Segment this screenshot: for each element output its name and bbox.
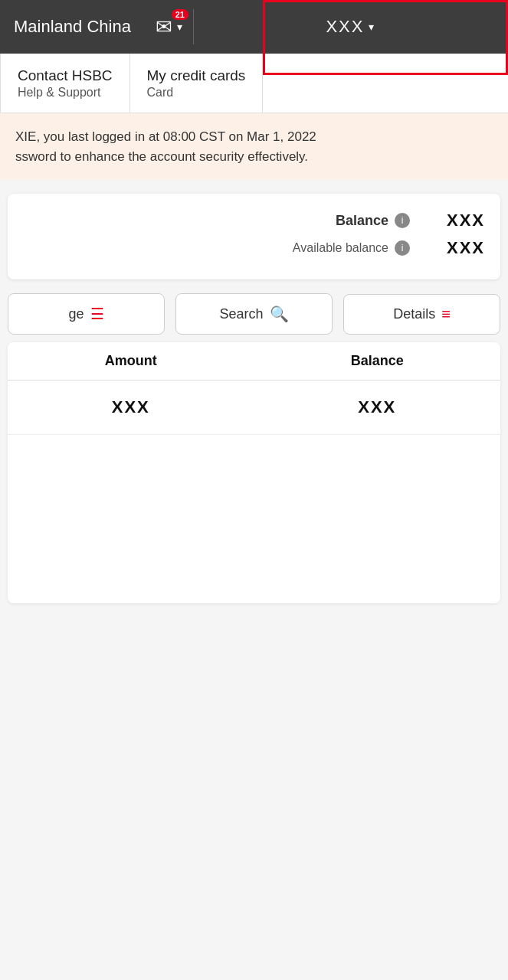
balance-cell: XXX: [254, 397, 501, 417]
available-balance-row: Available balance i XXX: [23, 238, 485, 258]
transaction-table: Amount Balance XXX XXX: [8, 342, 500, 603]
notification-button[interactable]: ✉ 21 ▾: [145, 0, 193, 54]
balance-label: Balance: [336, 213, 388, 229]
top-nav-bar: Mainland China ✉ 21 ▾ XXX ▾: [0, 0, 508, 54]
region-label: Mainland China: [0, 0, 145, 54]
account-chevron: ▾: [369, 21, 375, 33]
account-card: Balance i XXX Available balance i XXX: [8, 194, 500, 279]
table-header: Amount Balance: [8, 342, 500, 381]
notification-chevron: ▾: [177, 21, 182, 33]
help-support-label: Help & Support: [18, 86, 113, 100]
card-sublabel: Card: [147, 86, 246, 100]
contact-hsbc-nav-item[interactable]: Contact HSBC Help & Support: [0, 54, 130, 113]
table-row: XXX XXX: [8, 381, 500, 435]
alert-line1: XIE, you last logged in at 08:00 CST on …: [15, 127, 493, 147]
balance-column-header: Balance: [254, 353, 501, 369]
amount-column-header: Amount: [8, 353, 254, 369]
region-text: Mainland China: [14, 17, 131, 37]
manage-icon: ☰: [90, 305, 104, 323]
balance-info-icon[interactable]: i: [395, 213, 410, 228]
alert-line2: ssword to enhance the account security e…: [15, 147, 493, 167]
mail-icon: ✉: [156, 15, 172, 39]
balance-row: Balance i XXX: [23, 211, 485, 230]
details-label: Details: [393, 306, 435, 322]
secondary-nav: Contact HSBC Help & Support My credit ca…: [0, 54, 508, 113]
amount-cell: XXX: [8, 397, 254, 417]
contact-hsbc-label: Contact HSBC: [18, 67, 113, 84]
manage-button[interactable]: ge ☰: [8, 293, 165, 335]
notification-badge: 21: [172, 9, 188, 20]
table-empty-space: [15, 435, 493, 603]
alert-banner: XIE, you last logged in at 08:00 CST on …: [0, 113, 508, 180]
balance-value: XXX: [424, 211, 485, 230]
account-name: XXX: [326, 17, 364, 37]
search-button[interactable]: Search 🔍: [175, 293, 333, 335]
manage-label: ge: [68, 306, 84, 322]
available-balance-value: XXX: [424, 238, 485, 258]
details-icon: ≡: [441, 305, 451, 323]
search-label: Search: [219, 306, 263, 322]
my-credit-cards-nav-item[interactable]: My credit cards Card: [130, 54, 264, 113]
search-icon: 🔍: [270, 305, 289, 323]
my-credit-cards-label: My credit cards: [147, 67, 246, 84]
details-button[interactable]: Details ≡: [343, 294, 500, 335]
available-balance-label: Available balance: [293, 241, 388, 255]
account-selector[interactable]: XXX ▾: [194, 0, 508, 54]
available-balance-info-icon[interactable]: i: [395, 240, 410, 256]
actions-row: ge ☰ Search 🔍 Details ≡: [8, 293, 500, 335]
